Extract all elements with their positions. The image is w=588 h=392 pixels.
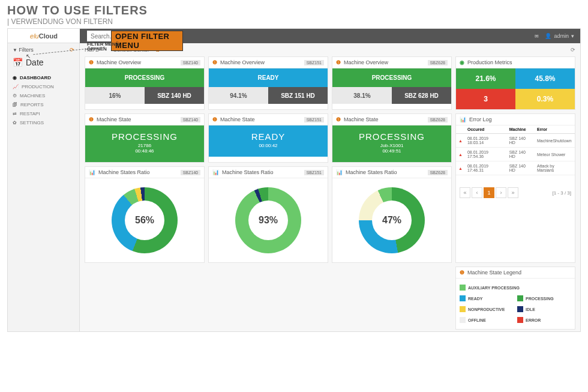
- card-state-1: ❶Machine StateSBZ151 READY00:00:42: [208, 113, 328, 163]
- sidebar-item-restapi[interactable]: ⇄RESTAPI: [13, 109, 74, 118]
- card-ratio-0: 📊Machine States RatioSBZ140 56%: [85, 166, 205, 263]
- sidebar-item-machines[interactable]: ⚙MACHINES: [13, 91, 74, 100]
- nav-icon: ⇄: [13, 111, 17, 116]
- legend-item: NONPRODUCTIVE: [460, 304, 514, 315]
- bars-icon: 📊: [212, 169, 219, 175]
- card-state-0: ❶Machine StateSBZ140 PROCESSING2178600:4…: [85, 113, 205, 163]
- user-menu[interactable]: 👤admin▾: [545, 33, 574, 39]
- info-icon: ❶: [89, 116, 94, 122]
- nav-icon: ✿: [13, 120, 17, 125]
- slide-title: HOW TO USE FILTERS: [7, 4, 581, 17]
- info-icon: ❶: [336, 116, 341, 122]
- nav-icon: ◉: [13, 75, 17, 80]
- annotation-sub: FILTER MENÜÖFFNEN: [87, 42, 119, 52]
- metric-cell: 3: [456, 89, 515, 109]
- mail-icon[interactable]: ✉: [535, 34, 539, 39]
- card-ratio-1: 📊Machine States RatioSBZ151 93%: [208, 166, 328, 263]
- topbar: eluCloud OPEN FILTER MENU FILTER MENÜÖFF…: [8, 29, 580, 43]
- col-header: Machine: [507, 125, 535, 134]
- annotation-open-filter: OPEN FILTER MENU: [111, 31, 183, 51]
- machine-model: SBZ 151 HD: [268, 87, 328, 104]
- warning-icon: ▲: [458, 139, 463, 143]
- card-state-2: ❶Machine StateSBZ628 PROCESSINGJob-X1001…: [332, 113, 452, 163]
- pager-page[interactable]: 1: [484, 187, 494, 198]
- warning-icon: ▲: [458, 152, 463, 157]
- card-ratio-2: 📊Machine States RatioSBZ628 47%: [332, 166, 452, 263]
- bars-icon: 📊: [89, 169, 95, 175]
- metric-cell: 45.8%: [515, 68, 575, 89]
- sidebar-item-reports[interactable]: 🗐REPORTS: [13, 100, 74, 109]
- machine-model: SBZ 628 HD: [392, 87, 451, 104]
- legend-item: IDLE: [517, 304, 571, 315]
- donut-chart: 47%: [359, 187, 425, 253]
- sidebar: ▼ Filters ⟳ ↖ 📅Date ◉DASHBOARD📈PRODUCTIO…: [8, 43, 80, 331]
- card-overview-0: ❶Machine OverviewSBZ140 PROCESSING 16%SB…: [85, 56, 205, 110]
- nav-icon: ⚙: [13, 93, 17, 98]
- info-icon: ❶: [460, 270, 464, 276]
- card-metrics: ◉Production Metrics 21.6%45.8%30.3%: [455, 56, 575, 110]
- metric-cell: 0.3%: [515, 89, 575, 109]
- card-legend: ❶Machine State Legend AUXILIARY PROCESSI…: [455, 267, 575, 330]
- donut-chart: 56%: [112, 187, 178, 253]
- pager-info: [1 - 3 / 3]: [552, 190, 571, 196]
- nav-icon: 🗐: [13, 102, 17, 107]
- slide-subtitle: | VERWENDUNG VON FILTERN: [7, 17, 581, 26]
- pager-prev[interactable]: ‹: [472, 187, 482, 198]
- machine-model: SBZ 140 HD: [145, 87, 204, 104]
- warning-icon: ▲: [458, 166, 463, 170]
- status-badge: PROCESSING: [332, 68, 451, 87]
- info-icon: ❶: [212, 116, 217, 122]
- legend-item: OFFLINE: [460, 315, 514, 325]
- nav-icon: 📈: [13, 84, 19, 89]
- sidebar-item-settings[interactable]: ✿SETTINGS: [13, 118, 74, 127]
- info-icon: ❶: [336, 59, 341, 65]
- metric-pct: 94.1%: [209, 87, 268, 104]
- metric-cell: 21.6%: [456, 68, 515, 89]
- col-header: Occured: [465, 125, 507, 134]
- legend-item: ERROR: [517, 315, 571, 325]
- sidebar-item-production[interactable]: 📈PRODUCTION: [13, 82, 74, 91]
- reload-icon[interactable]: ⟳: [70, 47, 74, 53]
- calendar-icon: 📅: [13, 58, 23, 67]
- legend-item: PROCESSING: [517, 293, 571, 304]
- table-row[interactable]: ▲08.01.2019 17:46.31SBZ 140 HDAttack by …: [456, 161, 575, 175]
- donut-chart: 93%: [235, 187, 301, 253]
- circle-icon: ◉: [460, 59, 464, 65]
- table-row[interactable]: ▲08.01.2019 17:54.36SBZ 140 HDMeteor Sho…: [456, 148, 575, 161]
- metric-pct: 16%: [85, 87, 145, 104]
- logo[interactable]: eluCloud: [8, 29, 80, 43]
- pager-next[interactable]: ›: [496, 187, 506, 198]
- status-badge: PROCESSING: [85, 68, 204, 87]
- legend-item: READY: [460, 293, 514, 304]
- bars-icon: 📊: [460, 116, 466, 122]
- refresh-icon[interactable]: ⟳: [571, 47, 575, 53]
- col-header: Error: [535, 125, 575, 134]
- pager-first[interactable]: «: [460, 187, 470, 198]
- table-row[interactable]: ▲08.01.2019 18:03.14SBZ 140 HDMachineShu…: [456, 134, 575, 148]
- card-errorlog: 📊Error Log OccuredMachineError▲08.01.201…: [455, 113, 575, 263]
- filters-toggle[interactable]: ▼ Filters: [13, 47, 34, 53]
- info-icon: ❶: [89, 59, 94, 65]
- info-icon: ❶: [212, 59, 217, 65]
- metric-pct: 38.1%: [332, 87, 392, 104]
- bars-icon: 📊: [336, 169, 343, 175]
- date-label[interactable]: Date: [26, 58, 44, 67]
- pager-last[interactable]: »: [508, 187, 518, 198]
- legend-item: AUXILIARY PROCESSING: [460, 282, 571, 293]
- sidebar-item-dashboard[interactable]: ◉DASHBOARD: [13, 73, 74, 82]
- status-badge: READY: [209, 68, 328, 87]
- card-overview-2: ❶Machine OverviewSBZ628 PROCESSING 38.1%…: [332, 56, 452, 110]
- card-overview-1: ❶Machine OverviewSBZ151 READY 94.1%SBZ 1…: [208, 56, 328, 110]
